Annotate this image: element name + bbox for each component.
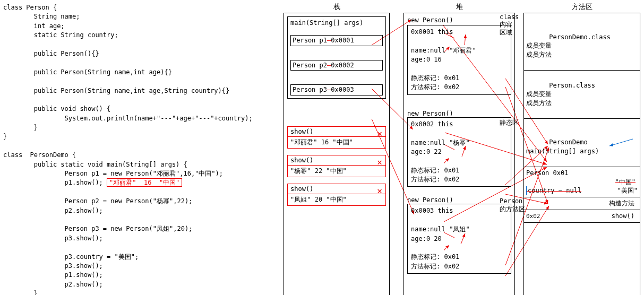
method-area-title: 方法区 <box>523 2 640 12</box>
stack-frame-show3: ✕ show() "凤姐" 20 "中国" <box>287 184 386 206</box>
heap-title: 堆 <box>403 2 515 12</box>
heap-obj3: 0x0003 this name:null "凤姐" age:0 20 静态标记… <box>407 204 511 274</box>
static-section-demo: 静态区 PersonDemo main(String[] args) <box>524 119 640 167</box>
method-section: 0x02 show() <box>524 210 640 223</box>
heap-obj2: 0x0002 this name:null "杨幂" age:0 22 静态标记… <box>407 117 511 187</box>
heap-obj1: 0x0001 this name:null "邓丽君" age:0 16 静态标… <box>407 25 511 95</box>
heap-obj2-label: new Person() <box>407 110 511 117</box>
stack-frame-show1: ✕ show() "邓丽君" 16 "中国" <box>287 126 386 149</box>
class-content-section: class 内容 区域 PersonDemo.class 成员变量 成员方法 <box>524 13 640 71</box>
method-area-empty <box>524 223 640 292</box>
stack-frame-main: main(String[] args) Person p1—0x0001 Per… <box>287 16 386 99</box>
stack-var-p2: Person p2—0x0002 <box>290 60 383 71</box>
method-area-column: 方法区 class 内容 区域 PersonDemo.class 成员变量 成员… <box>523 2 640 295</box>
person-class-section: Person.class 成员变量 成员方法 <box>524 71 640 119</box>
p1-output-annotation: "邓丽君" 16 "中国" <box>107 178 182 187</box>
constructor-section: Person 的方法区 构造方法 <box>524 197 640 210</box>
heap-column: 堆 new Person() 0x0001 this name:null "邓丽… <box>403 2 515 295</box>
stack-column: 栈 main(String[] args) Person p1—0x0001 P… <box>284 2 390 295</box>
heap-obj3-label: new Person() <box>407 196 511 204</box>
source-code: class Person { String name; int age; sta… <box>3 3 279 295</box>
stack-title: 栈 <box>284 2 390 12</box>
stack-var-p1: Person p1—0x0001 <box>290 35 383 46</box>
heap-obj1-label: new Person() <box>407 16 511 24</box>
stack-var-p3: Person p3—0x0003 <box>290 84 383 96</box>
static-section-person: Person 0x01 "中国" country = null "美国" <box>524 167 640 197</box>
stack-frame-show2: ✕ show() "杨幂" 22 "中国" <box>287 155 386 177</box>
